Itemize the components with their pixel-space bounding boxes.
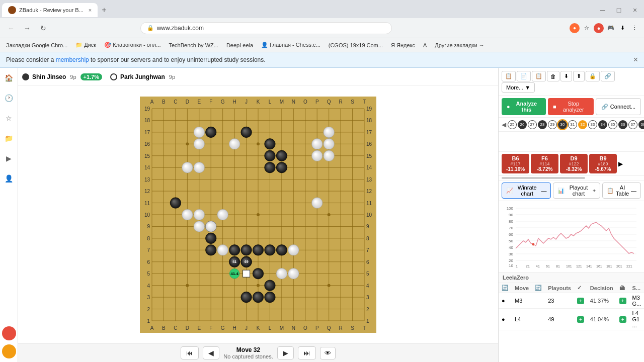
next-move-button[interactable]: ▶ xyxy=(277,346,294,359)
strip-left-arrow[interactable]: ◀ xyxy=(501,120,507,129)
row0-extra-plus[interactable]: + xyxy=(619,298,626,304)
tab-close-button[interactable]: × xyxy=(89,7,92,13)
bookmark-3[interactable]: TechBench by WZ... xyxy=(167,41,220,49)
last-move-button[interactable]: ⏭ xyxy=(298,346,316,359)
analyze-button[interactable]: ● Analyze this xyxy=(502,98,546,115)
ai-row-1[interactable]: ● L4 49 + 41.04% + L4 G1 ... xyxy=(499,309,644,330)
active-tab[interactable]: ZBaduk - Review your B... × xyxy=(2,3,98,17)
new-tab-button[interactable]: + xyxy=(98,4,110,17)
move-36[interactable]: 36 xyxy=(618,120,627,129)
minimize-button[interactable]: ─ xyxy=(596,3,610,17)
bookmark-icon[interactable]: ☆ xyxy=(582,23,592,33)
move-28[interactable]: 28 xyxy=(538,120,547,129)
prev-move-button[interactable]: ◀ xyxy=(203,346,219,359)
suggestion-f6[interactable]: F6 #114 -8.72% xyxy=(531,154,558,173)
bookmark-2[interactable]: 🎯 Клавогонки - онл... xyxy=(102,41,163,49)
move-35[interactable]: 35 xyxy=(608,120,617,129)
sidebar-folder-icon[interactable]: 📁 xyxy=(3,132,15,144)
suggestion-b9[interactable]: B9 #189 -5.67% xyxy=(589,154,617,173)
move-27[interactable]: 27 xyxy=(528,120,537,129)
membership-link[interactable]: membership xyxy=(56,56,89,63)
playout-chart-expand[interactable]: + xyxy=(593,188,596,194)
move-30[interactable]: 30 xyxy=(558,120,567,129)
move-37[interactable]: 37 xyxy=(628,120,637,129)
upload-tool-button[interactable]: ⬆ xyxy=(573,71,585,81)
row1-plus[interactable]: + xyxy=(577,316,584,323)
bookmark-4[interactable]: DeepLeela xyxy=(224,41,255,49)
copy-tool-button[interactable]: 📋 xyxy=(502,71,516,81)
suggestions-scrollbar[interactable] xyxy=(499,176,644,180)
clipboard2-tool-button[interactable]: 📋 xyxy=(532,71,546,81)
download-tool-button[interactable]: ⬇ xyxy=(560,71,572,81)
bookmark-5[interactable]: 👤 Главная - Chess.c... xyxy=(259,41,323,49)
bookmark-1[interactable]: 📁 Диск xyxy=(73,41,98,49)
stop-analyzer-button[interactable]: ■ Stop analyzer xyxy=(548,98,594,115)
suggestion-b6[interactable]: B6 #117 -11.16% xyxy=(502,154,529,173)
move-32[interactable]: 32 xyxy=(578,120,587,129)
suggestion-d9[interactable]: D9 #122 -8.32% xyxy=(560,154,588,173)
bookmark-8[interactable]: A xyxy=(421,41,429,49)
connect-button[interactable]: 🔗 Connect... xyxy=(596,98,641,115)
maximize-button[interactable]: □ xyxy=(612,3,626,17)
row0-extra: M3 G... xyxy=(629,293,644,309)
svg-text:101: 101 xyxy=(566,264,572,268)
right-panel: 📋 📄 📋 🗑 ⬇ ⬆ 🔒 🔗 More... ▼ ● Analyze this… xyxy=(498,68,644,362)
ai-row-0[interactable]: ● M3 23 + 41.37% + M3 G... xyxy=(499,293,644,309)
paste-tool-button[interactable]: 📄 xyxy=(517,71,531,81)
more-tool-button[interactable]: More... ▼ xyxy=(502,82,535,93)
action-buttons: ● Analyze this ■ Stop analyzer 🔗 Connect… xyxy=(499,96,644,118)
sidebar-profile-avatar[interactable] xyxy=(2,326,16,340)
move-38[interactable]: 38 xyxy=(638,120,644,129)
extensions-icon[interactable]: ● xyxy=(594,23,604,33)
sidebar-star-icon[interactable]: ☆ xyxy=(3,112,15,124)
notification-close-button[interactable]: × xyxy=(633,55,638,64)
toggle-view-button[interactable]: 👁 xyxy=(320,347,336,359)
reload-button[interactable]: ↻ xyxy=(36,21,50,35)
row0-plus[interactable]: + xyxy=(577,298,584,304)
ai-table-tab[interactable]: 📋 AI Table — xyxy=(602,183,641,199)
move-25[interactable]: 25 xyxy=(508,120,517,129)
goban-canvas[interactable] xyxy=(140,97,376,333)
sidebar-history-icon[interactable]: 🕐 xyxy=(3,92,15,104)
profile-icon[interactable]: ● xyxy=(570,23,580,33)
game-area: Shin Jinseo 9p +1.7% Park Junghwan 9p ⏮ … xyxy=(18,68,498,362)
bookmark-more[interactable]: Другие закладки → xyxy=(433,41,486,49)
link-tool-button[interactable]: 🔗 xyxy=(601,71,615,81)
close-button[interactable]: × xyxy=(628,3,642,17)
playout-chart-tab[interactable]: 📊 Playout chart + xyxy=(553,183,600,199)
sidebar-play-icon[interactable]: ▶ xyxy=(3,152,15,164)
bookmark-6[interactable]: (CGOS) 19x19 Com... xyxy=(327,41,385,49)
bookmark-0[interactable]: Закладки Google Chro... xyxy=(4,41,69,49)
ai-table-collapse[interactable]: — xyxy=(631,188,636,194)
move-33[interactable]: 33 xyxy=(588,120,597,129)
forward-button[interactable]: → xyxy=(20,21,34,35)
row1-move: L4 xyxy=(512,309,532,330)
download-icon[interactable]: ⬇ xyxy=(618,23,628,33)
playout-chart-icon: 📊 xyxy=(557,188,565,194)
captured-text: No captured stones. xyxy=(223,353,273,359)
move-34[interactable]: 34 xyxy=(598,120,607,129)
first-move-button[interactable]: ⏮ xyxy=(181,346,199,359)
gamepad-icon[interactable]: 🎮 xyxy=(606,23,616,33)
winrate-chart-collapse[interactable]: — xyxy=(541,188,546,194)
svg-text:80: 80 xyxy=(509,219,513,224)
back-button[interactable]: ← xyxy=(4,21,18,35)
move-29[interactable]: 29 xyxy=(548,120,557,129)
sidebar-home-icon[interactable]: 🏠 xyxy=(3,72,15,84)
table-icon: 📋 xyxy=(607,188,614,194)
ai-table-header-row: 🔄 Move 🔄 Playouts ✓ Decision 🏔 S... xyxy=(499,283,644,293)
sidebar-user-icon[interactable]: 👤 xyxy=(3,172,15,185)
bookmark-7[interactable]: Я Яндекс xyxy=(389,41,417,49)
suggestion-more-arrow[interactable]: ▶ xyxy=(618,154,623,173)
winrate-chart-tab[interactable]: 📈 Winrate chart — xyxy=(502,183,551,199)
move-31[interactable]: 31 xyxy=(568,120,577,129)
lock-tool-button[interactable]: 🔒 xyxy=(586,71,600,81)
sidebar-second-avatar[interactable] xyxy=(2,344,16,358)
move-26[interactable]: 26 xyxy=(518,120,527,129)
address-bar[interactable]: 🔒 www.zbaduk.com xyxy=(140,22,392,34)
menu-icon[interactable]: ⋮ xyxy=(630,23,640,33)
browser-icons-right: ● ☆ ● 🎮 ⬇ ⋮ xyxy=(570,23,640,33)
delete-tool-button[interactable]: 🗑 xyxy=(547,71,559,81)
row1-extra-plus[interactable]: + xyxy=(619,316,626,323)
black-player-rank: 9p xyxy=(70,74,76,80)
